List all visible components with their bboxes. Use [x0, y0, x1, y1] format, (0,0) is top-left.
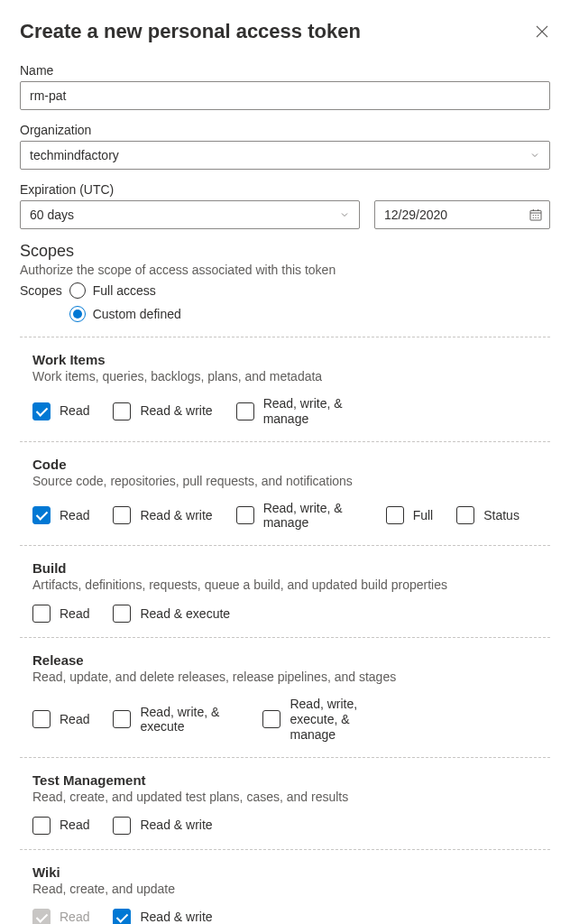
checkbox-code-status[interactable]: Status [456, 501, 519, 531]
scope-desc: Read, create, and updated test plans, ca… [32, 790, 550, 804]
checkbox-code-readwrite[interactable]: Read & write [113, 501, 212, 531]
scope-title: Code [32, 457, 550, 472]
checkbox-icon [32, 605, 51, 623]
checkbox-label: Read, write, & execute [140, 705, 239, 735]
checkbox-label: Read, write, execute, & manage [290, 697, 389, 742]
scope-title: Test Management [32, 772, 550, 788]
checkbox-label: Status [483, 508, 519, 523]
radio-full-access[interactable]: Full access [69, 281, 181, 300]
checkbox-build-read[interactable]: Read [32, 605, 89, 623]
checkbox-label: Read & write [140, 403, 212, 419]
organization-label: Organization [20, 123, 550, 137]
checkbox-icon [113, 605, 131, 623]
checkbox-label: Read & write [140, 818, 212, 833]
checkbox-code-manage[interactable]: Read, write, & manage [236, 501, 363, 531]
checkbox-label: Read [60, 403, 89, 419]
radio-label: Full access [93, 283, 156, 298]
scope-desc: Read, create, and update [32, 882, 550, 896]
scope-section-test: Test Management Read, create, and update… [20, 758, 550, 850]
name-label: Name [20, 63, 550, 78]
scope-section-wiki: Wiki Read, create, and update Read Read … [20, 850, 550, 924]
checkbox-icon [113, 402, 131, 420]
checkbox-icon [236, 402, 254, 420]
checkbox-icon [386, 506, 404, 524]
checkbox-label: Read [60, 712, 89, 727]
checkbox-test-readwrite[interactable]: Read & write [113, 817, 212, 835]
checkbox-icon [113, 710, 131, 728]
checkbox-release-execute[interactable]: Read, write, & execute [113, 697, 239, 742]
checkbox-icon [32, 506, 51, 524]
scope-desc: Read, update, and delete releases, relea… [32, 670, 550, 684]
scope-title: Wiki [32, 864, 550, 880]
expiration-date-input[interactable] [374, 200, 550, 229]
checkbox-workitems-manage[interactable]: Read, write, & manage [236, 396, 363, 427]
checkbox-icon [32, 402, 51, 420]
radio-custom-defined[interactable]: Custom defined [69, 304, 181, 324]
name-input[interactable] [20, 81, 550, 110]
checkbox-icon [113, 909, 131, 924]
checkbox-icon [456, 506, 474, 524]
scope-desc: Artifacts, definitions, requests, queue … [32, 578, 550, 592]
checkbox-label: Read [60, 910, 89, 924]
checkbox-wiki-readwrite[interactable]: Read & write [113, 909, 212, 924]
checkbox-workitems-readwrite[interactable]: Read & write [113, 396, 212, 427]
checkbox-label: Read & write [140, 910, 212, 924]
close-icon[interactable] [534, 23, 550, 40]
scope-title: Build [32, 560, 550, 576]
checkbox-build-execute[interactable]: Read & execute [113, 605, 230, 623]
scope-section-release: Release Read, update, and delete release… [20, 638, 550, 757]
checkbox-release-read[interactable]: Read [32, 697, 89, 742]
checkbox-label: Read [60, 508, 89, 523]
radio-icon [69, 306, 86, 322]
expiration-duration-select[interactable]: 60 days [20, 200, 360, 229]
checkbox-release-manage[interactable]: Read, write, execute, & manage [262, 697, 389, 742]
scope-title: Release [32, 652, 550, 668]
checkbox-label: Read, write, & manage [263, 396, 363, 427]
checkbox-test-read[interactable]: Read [32, 817, 89, 835]
checkbox-icon [32, 817, 51, 835]
page-title: Create a new personal access token [20, 20, 361, 43]
checkbox-label: Read, write, & manage [263, 501, 363, 531]
checkbox-icon [113, 506, 131, 524]
expiration-label: Expiration (UTC) [20, 182, 550, 197]
checkbox-icon [262, 710, 280, 728]
scopes-subtitle: Authorize the scope of access associated… [20, 263, 550, 277]
checkbox-icon [113, 817, 131, 835]
organization-select[interactable]: techmindfactory [20, 141, 550, 170]
organization-value: techmindfactory [30, 148, 119, 162]
checkbox-workitems-read[interactable]: Read [32, 396, 89, 427]
checkbox-icon [236, 506, 254, 524]
scope-title: Work Items [32, 352, 550, 367]
scope-section-code: Code Source code, repositories, pull req… [20, 442, 550, 547]
expiration-duration-value: 60 days [30, 208, 74, 222]
checkbox-label: Read & write [140, 508, 212, 523]
checkbox-icon [32, 909, 51, 924]
radio-icon [69, 282, 86, 299]
checkbox-label: Full [413, 508, 434, 523]
chevron-down-icon [529, 150, 540, 161]
scopes-side-label: Scopes [20, 281, 62, 300]
checkbox-label: Read & execute [140, 606, 230, 622]
checkbox-code-full[interactable]: Full [386, 501, 434, 531]
chevron-down-icon [339, 209, 350, 220]
scopes-heading: Scopes [20, 242, 550, 261]
scope-desc: Work items, queries, backlogs, plans, an… [32, 369, 550, 383]
radio-label: Custom defined [93, 307, 181, 321]
checkbox-code-read[interactable]: Read [32, 501, 89, 531]
checkbox-icon [32, 710, 51, 728]
scope-section-build: Build Artifacts, definitions, requests, … [20, 546, 550, 638]
checkbox-label: Read [60, 818, 89, 833]
checkbox-label: Read [60, 606, 89, 622]
scope-desc: Source code, repositories, pull requests… [32, 474, 550, 488]
checkbox-wiki-read: Read [32, 909, 89, 924]
scope-section-workitems: Work Items Work items, queries, backlogs… [20, 337, 550, 442]
